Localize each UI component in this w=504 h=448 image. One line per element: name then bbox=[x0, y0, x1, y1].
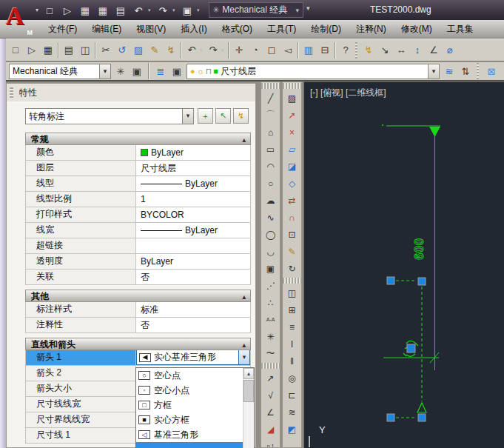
layer-combo[interactable]: ●☼⊓■ 尺寸线层 ▾ bbox=[187, 64, 440, 79]
auto-dimension-icon[interactable]: A-A bbox=[261, 311, 280, 328]
property-value[interactable]: 否 bbox=[136, 318, 250, 332]
chevron-down-icon[interactable]: ▾ bbox=[182, 109, 193, 124]
undo-menu-icon[interactable]: ▾ bbox=[148, 7, 153, 13]
layer-freeze-icon[interactable]: ☼ bbox=[197, 67, 204, 76]
application-menu-button[interactable]: A M ▾ bbox=[3, 1, 37, 38]
toggle-pickadd-button[interactable]: + bbox=[198, 108, 213, 124]
power-dimension-icon[interactable]: ↗ bbox=[283, 107, 301, 124]
property-value[interactable]: ByLayer bbox=[136, 145, 250, 160]
workspace-settings-icon[interactable]: ✳ bbox=[112, 63, 129, 79]
power-snap-icon[interactable]: ∩ bbox=[283, 209, 301, 226]
arrow-option-open-dot[interactable]: ○空心点 bbox=[136, 368, 243, 383]
save-icon[interactable]: ▦ bbox=[40, 42, 56, 58]
hollow-triangle-arrowhead[interactable] bbox=[417, 403, 426, 412]
undo-menu-icon[interactable]: ▾ bbox=[200, 47, 205, 53]
block-icon[interactable]: ⊠ bbox=[483, 63, 500, 79]
menu-item-4[interactable]: 格式(O) bbox=[215, 20, 260, 38]
viewport-controls[interactable]: [-] [俯视] [二维线框] bbox=[310, 87, 386, 99]
arrow-option-box[interactable]: □方框 bbox=[136, 398, 243, 412]
grip[interactable] bbox=[418, 414, 426, 421]
redo-menu-icon[interactable]: ▾ bbox=[221, 47, 226, 53]
menu-item-7[interactable]: 注释(N) bbox=[349, 20, 394, 38]
chamfer-icon[interactable]: ◢ bbox=[261, 421, 280, 438]
polygon-icon[interactable]: ⌂ bbox=[261, 124, 280, 141]
multiple-points-icon[interactable]: ∴ bbox=[261, 294, 280, 311]
scroll-up-icon[interactable]: ▴ bbox=[243, 368, 254, 379]
zoom-window-icon[interactable]: ◻ bbox=[263, 42, 280, 58]
grips[interactable] bbox=[387, 277, 426, 421]
save-as-icon[interactable]: ▦ bbox=[95, 2, 111, 19]
property-value[interactable]: ◀实心基准三角形▾ bbox=[136, 350, 250, 365]
section-header-general[interactable]: 常规▴ bbox=[25, 133, 251, 145]
property-value[interactable]: ByLayer bbox=[136, 254, 250, 269]
layer-previous-icon[interactable]: ≋ bbox=[441, 63, 457, 79]
toolbar-grip[interactable] bbox=[477, 63, 480, 79]
workspace-combo[interactable]: Mechanical 经典 ▾ bbox=[9, 64, 111, 79]
spline-icon[interactable]: ∿ bbox=[261, 209, 280, 226]
quickcalc-icon[interactable]: ⊟ bbox=[317, 42, 333, 58]
ellipse-icon[interactable]: ◯ bbox=[261, 226, 280, 243]
power-dimension-icon[interactable]: ↯ bbox=[360, 42, 377, 58]
leader-note-icon[interactable]: ↗ bbox=[261, 370, 280, 387]
circle-icon[interactable]: ○ bbox=[261, 175, 280, 192]
dim-vertical-icon[interactable]: ↕ bbox=[409, 42, 426, 58]
clip-frame-icon[interactable]: ◇ bbox=[283, 175, 301, 192]
property-value[interactable]: 标准 bbox=[136, 302, 250, 317]
dim-angular-icon[interactable]: ∠ bbox=[426, 42, 442, 58]
spring-icon[interactable]: ≋ bbox=[283, 404, 301, 421]
arrowhead-combo[interactable]: ◀实心基准三角形▾ bbox=[136, 350, 250, 365]
property-value[interactable] bbox=[136, 238, 250, 253]
redo-menu-icon[interactable]: ▾ bbox=[172, 7, 178, 13]
open-icon[interactable]: ▷ bbox=[24, 42, 40, 58]
erase-dimension-icon[interactable]: × bbox=[283, 124, 301, 141]
view-cycle-icon[interactable]: ↻ bbox=[283, 260, 301, 277]
zoom-realtime-icon[interactable]: ◔ bbox=[247, 42, 263, 58]
match-properties-icon[interactable]: ↺ bbox=[114, 42, 130, 58]
associate-dimension-icon[interactable]: ⇄ bbox=[283, 192, 301, 209]
dropdown-scrollbar[interactable]: ▴ bbox=[243, 368, 254, 448]
save-icon[interactable]: ▦ bbox=[77, 2, 93, 19]
layer-states-icon[interactable]: ▣ bbox=[169, 63, 185, 79]
drawing-canvas[interactable]: 600 bbox=[304, 82, 504, 448]
clip-polygon-icon[interactable]: ◪ bbox=[283, 158, 301, 175]
ellipse-arc-icon[interactable]: ◡ bbox=[261, 243, 280, 260]
construction-line-icon[interactable]: ⋰ bbox=[261, 277, 280, 294]
collapse-icon[interactable]: ▴ bbox=[242, 339, 246, 351]
property-value[interactable]: 1 bbox=[136, 192, 250, 207]
undo-icon[interactable]: ↶ bbox=[130, 2, 147, 19]
menu-item-8[interactable]: 修改(M) bbox=[394, 20, 440, 38]
arrow-option-datum-triangle[interactable]: ◁基准三角形 bbox=[136, 427, 243, 442]
screw-connection-icon[interactable]: ≡ bbox=[283, 318, 301, 335]
cut-icon[interactable]: ✂ bbox=[98, 42, 114, 58]
workspace-save-icon[interactable]: ▣ bbox=[129, 63, 145, 79]
edit-text-icon[interactable]: ✎ bbox=[147, 42, 163, 58]
zoom-previous-icon[interactable]: ◅ bbox=[280, 42, 296, 58]
sheet-switch-menu-icon[interactable]: ▾ bbox=[197, 7, 202, 13]
section-header-lines-arrows[interactable]: 直线和箭头▴ bbox=[25, 338, 251, 350]
menu-item-9[interactable]: 工具集 bbox=[440, 20, 481, 38]
toolbar-grip[interactable] bbox=[261, 83, 280, 89]
surface-texture-icon[interactable]: √ bbox=[261, 387, 280, 404]
paste-icon[interactable]: ▨ bbox=[130, 42, 147, 58]
title-block-icon[interactable]: n,1 bbox=[261, 438, 280, 448]
menu-item-2[interactable]: 视图(V) bbox=[129, 20, 173, 38]
plot-icon[interactable]: ▤ bbox=[112, 2, 129, 19]
clip-boundary-icon[interactable]: ▱ bbox=[283, 141, 301, 158]
object-type-combo[interactable]: 转角标注 ▾ bbox=[25, 108, 194, 124]
arrow-option-filled-box[interactable]: ■实心方框 bbox=[136, 412, 243, 427]
open-icon[interactable]: ▷ bbox=[59, 2, 75, 19]
property-value[interactable]: BYCOLOR bbox=[136, 207, 250, 222]
quick-select-button[interactable]: ↯ bbox=[233, 108, 249, 124]
layer-properties-manager-icon[interactable]: ≣ bbox=[152, 63, 169, 79]
property-value[interactable]: ByLayer bbox=[136, 223, 250, 238]
new-icon[interactable]: □ bbox=[41, 2, 58, 19]
collapse-icon[interactable]: ▴ bbox=[242, 134, 246, 146]
scrollbar-thumb[interactable] bbox=[243, 380, 254, 402]
menu-item-3[interactable]: 插入(I) bbox=[173, 20, 214, 38]
layer-translate-icon[interactable]: ⇅ bbox=[457, 63, 474, 79]
layer-lock-icon[interactable]: ⊓ bbox=[206, 67, 212, 76]
toolbar-grip[interactable] bbox=[355, 42, 359, 58]
chevron-down-icon[interactable]: ▾ bbox=[238, 350, 249, 364]
arrow-option-selected-partial[interactable] bbox=[136, 442, 243, 448]
property-value[interactable]: 否 bbox=[136, 270, 250, 284]
